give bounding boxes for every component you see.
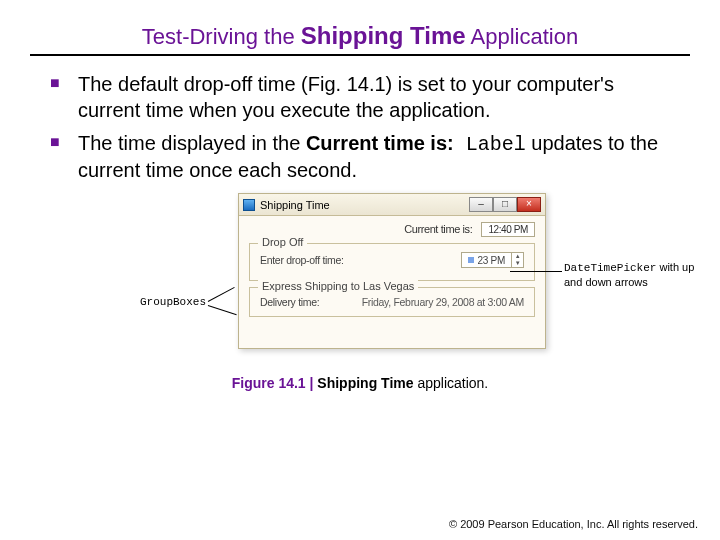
groupbox-dropoff: Drop Off Enter drop-off time: 23 PM ▲ ▼ bbox=[249, 243, 535, 281]
callout-mono: DateTimePicker bbox=[564, 262, 656, 274]
callout-groupboxes: GroupBoxes bbox=[140, 296, 206, 309]
window-body: Current time is: 12:40 PM Drop Off Enter… bbox=[239, 216, 545, 325]
groupbox-legend: Express Shipping to Las Vegas bbox=[258, 280, 418, 292]
title-bold: Shipping Time bbox=[301, 22, 466, 49]
dropoff-row: Enter drop-off time: 23 PM ▲ ▼ bbox=[260, 252, 524, 268]
footer: © 2009 Pearson Education, Inc. All right… bbox=[449, 518, 698, 530]
title-suffix: Application bbox=[466, 24, 579, 49]
current-time-label: Current time is: bbox=[404, 223, 472, 235]
figure-area: Shipping Time – □ × Current time is: 12:… bbox=[0, 193, 720, 373]
bullet-list: The default drop-off time (Fig. 14.1) is… bbox=[0, 72, 720, 183]
window-buttons: – □ × bbox=[469, 197, 541, 212]
callout-line bbox=[208, 287, 235, 302]
footer-text: 2009 Pearson Education, Inc. All rights … bbox=[457, 518, 698, 530]
groupbox-legend: Drop Off bbox=[258, 236, 307, 248]
current-time-value: 12:40 PM bbox=[481, 222, 535, 237]
bullet-text-mono: Label bbox=[454, 133, 526, 156]
callout-line bbox=[208, 305, 237, 315]
caption-separator: | bbox=[306, 375, 318, 391]
maximize-button[interactable]: □ bbox=[493, 197, 517, 212]
delivery-row: Delivery time: Friday, February 29, 2008… bbox=[260, 296, 524, 308]
caption-suffix: application. bbox=[414, 375, 489, 391]
spinner-up-icon[interactable]: ▲ bbox=[512, 253, 523, 260]
window-titlebar: Shipping Time – □ × bbox=[239, 194, 545, 216]
datetime-picker[interactable]: 23 PM ▲ ▼ bbox=[461, 252, 524, 268]
bullet-text-pre: The time displayed in the bbox=[78, 132, 306, 154]
picker-highlight-icon bbox=[468, 257, 474, 263]
window-title: Shipping Time bbox=[260, 199, 330, 211]
app-window: Shipping Time – □ × Current time is: 12:… bbox=[238, 193, 546, 349]
title-area: Test-Driving the Shipping Time Applicati… bbox=[0, 0, 720, 50]
picker-text: 23 PM bbox=[478, 255, 505, 266]
minimize-button[interactable]: – bbox=[469, 197, 493, 212]
figure-caption: Figure 14.1 | Shipping Time application. bbox=[0, 375, 720, 391]
callout-line bbox=[510, 271, 562, 272]
spinner-down-icon[interactable]: ▼ bbox=[512, 260, 523, 267]
copyright-symbol: © bbox=[449, 518, 457, 530]
caption-bold: Shipping Time bbox=[317, 375, 413, 391]
figure-label: Figure 14.1 bbox=[232, 375, 306, 391]
delivery-value: Friday, February 29, 2008 at 3:00 AM bbox=[362, 296, 524, 308]
bullet-text-bold: Current time is: bbox=[306, 132, 454, 154]
app-icon bbox=[243, 199, 255, 211]
current-time-row: Current time is: 12:40 PM bbox=[249, 222, 535, 237]
close-button[interactable]: × bbox=[517, 197, 541, 212]
groupbox-shipping: Express Shipping to Las Vegas Delivery t… bbox=[249, 287, 535, 317]
page-title: Test-Driving the Shipping Time Applicati… bbox=[40, 22, 680, 50]
callout-datetimepicker: DateTimePicker with up and down arrows bbox=[564, 261, 704, 289]
delivery-label: Delivery time: bbox=[260, 296, 319, 308]
picker-spinner[interactable]: ▲ ▼ bbox=[511, 253, 523, 267]
title-prefix: Test-Driving the bbox=[142, 24, 301, 49]
bullet-item: The default drop-off time (Fig. 14.1) is… bbox=[50, 72, 660, 123]
title-underline bbox=[30, 54, 690, 56]
picker-value: 23 PM bbox=[462, 255, 511, 266]
bullet-item: The time displayed in the Current time i… bbox=[50, 131, 660, 183]
bullet-text: The default drop-off time (Fig. 14.1) is… bbox=[78, 73, 614, 121]
dropoff-label: Enter drop-off time: bbox=[260, 254, 344, 266]
